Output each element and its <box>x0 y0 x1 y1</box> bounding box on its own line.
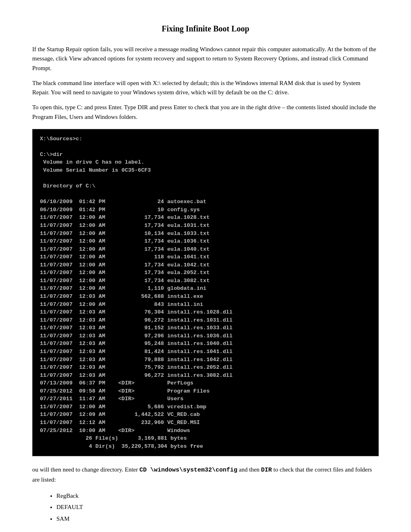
para4-code2: DIR <box>261 467 272 474</box>
para4-code1: CD \windows\system32\config <box>139 467 237 474</box>
paragraph-1: If the Startup Repair option fails, you … <box>32 45 379 73</box>
bullet-list: RegBackDEFAULTSAM <box>56 490 379 525</box>
paragraph-3: To open this, type C: and press Enter. T… <box>32 103 379 122</box>
para4-prefix: ou will then need to change directory. E… <box>32 466 139 473</box>
list-item: RegBack <box>56 490 379 502</box>
list-item: DEFAULT <box>56 501 379 513</box>
page-title: Fixing Infinite Boot Loop <box>32 24 379 33</box>
para4-middle: and then <box>237 466 261 473</box>
paragraph-2: The black command line interface will op… <box>32 79 379 98</box>
paragraph-4: ou will then need to change directory. E… <box>32 465 379 484</box>
terminal-block: X:\Sources>c: C:\>dir Volume in drive C … <box>32 129 379 457</box>
list-item: SAM <box>56 513 379 525</box>
